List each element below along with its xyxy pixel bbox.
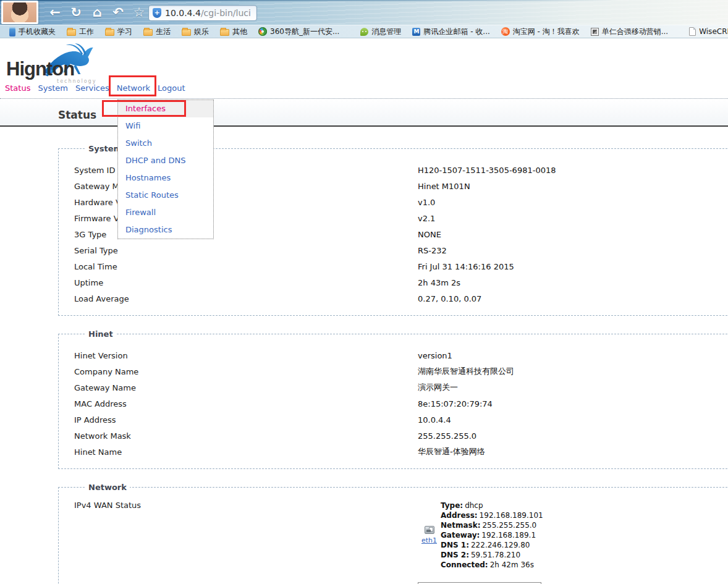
- url-host[interactable]: 10.0.4.4: [165, 8, 201, 18]
- row-value: Fri Jul 31 14:16:16 2015: [418, 262, 514, 271]
- row-value: 演示网关一: [418, 382, 458, 393]
- row-label: Serial Type: [74, 246, 418, 255]
- folder-icon: [67, 29, 76, 36]
- table-row: Uptime2h 43m 2s: [74, 274, 728, 290]
- folder-icon: [143, 29, 153, 36]
- row-label: MAC Address: [74, 399, 418, 408]
- bookmarks-bar: 手机收藏夹 工作 学习 生活 娱乐 其他 360导航_新一代安... 消息管理 …: [0, 25, 728, 38]
- bookmark-folder-other[interactable]: 其他: [214, 27, 253, 37]
- row-label: Network Mask: [74, 431, 418, 441]
- bookmark-label: 学习: [117, 27, 132, 37]
- row-value: 8e:15:07:20:79:74: [418, 399, 493, 408]
- bookmark-wisecrm[interactable]: WiseCRM NBS - ...: [684, 27, 728, 36]
- screenshot-root: ← ↻ ⌂ ↶ ☆ ⊞ + 10.0.4.4/cgi-bin/luci 手机收藏…: [0, 0, 728, 584]
- wan-detail-line: DNS 2:59.51.78.210: [441, 550, 543, 560]
- undo-icon[interactable]: ↶: [108, 3, 129, 22]
- table-row: Serial TypeRS-232: [74, 242, 728, 258]
- interface-link-eth1[interactable]: eth1: [418, 536, 441, 544]
- row-value: 2h 43m 2s: [418, 278, 460, 287]
- bookmark-folder-life[interactable]: 生活: [138, 27, 176, 37]
- page-icon: [689, 27, 696, 36]
- row-value: v1.0: [418, 198, 435, 207]
- row-value: 10.0.4.4: [418, 415, 451, 425]
- menu-status[interactable]: Status: [5, 83, 30, 93]
- table-row: Hinet Versionversion1: [74, 347, 728, 363]
- bookmark-label: 工作: [79, 27, 94, 37]
- section-network: Network IPv4 WAN Status eth1 Type:dhcp A…: [58, 483, 728, 584]
- url-path[interactable]: /cgi-bin/luci: [201, 8, 251, 18]
- wan-detail-line: Address:192.168.189.101: [441, 510, 543, 520]
- bookmark-label: 腾讯企业邮箱 - 收...: [423, 27, 489, 37]
- dropdown-item-hostnames[interactable]: Hostnames: [118, 169, 213, 187]
- hignton-logo: Hignton technology: [6, 46, 111, 83]
- refresh-icon[interactable]: ↻: [66, 3, 87, 22]
- bookmark-label: 娱乐: [194, 27, 209, 37]
- table-row: Local TimeFri Jul 31 14:16:16 2015: [74, 258, 728, 274]
- bookmark-tencent-mail[interactable]: M腾讯企业邮箱 - 收...: [407, 27, 495, 37]
- row-label: IPv4 WAN Status: [74, 501, 418, 510]
- tencent-mail-icon: M: [412, 28, 420, 36]
- ethernet-interface-icon: [425, 526, 434, 534]
- 360-nav-icon: [258, 27, 267, 36]
- wan-detail-line: Connected:2h 42m 36s: [441, 560, 543, 570]
- network-dropdown-menu: Interfaces Wifi Switch DHCP and DNS Host…: [117, 99, 214, 239]
- back-icon[interactable]: ←: [44, 3, 66, 22]
- user-avatar[interactable]: [1, 1, 38, 24]
- table-row: Load Average0.27, 0.10, 0.07: [74, 290, 728, 307]
- bookmark-folder-fun[interactable]: 娱乐: [176, 27, 214, 37]
- bookmark-taobao[interactable]: 淘淘宝网 - 淘！我喜欢: [496, 27, 585, 37]
- address-bar[interactable]: + 10.0.4.4/cgi-bin/luci: [148, 5, 257, 21]
- bookmark-label: 消息管理: [371, 27, 401, 37]
- site-security-shield-icon[interactable]: +: [153, 8, 161, 18]
- bookmark-folder-work[interactable]: 工作: [61, 27, 99, 37]
- bookmark-360nav[interactable]: 360导航_新一代安...: [253, 27, 345, 37]
- taobao-icon: 淘: [501, 27, 510, 36]
- url-text[interactable]: 10.0.4.4/cgi-bin/luci: [165, 8, 251, 18]
- row-value: Hinet M101N: [418, 182, 470, 191]
- row-label: Load Average: [74, 294, 418, 303]
- row-label: Company Name: [74, 367, 418, 376]
- section-network-legend: Network: [85, 483, 130, 492]
- dropdown-item-wifi[interactable]: Wifi: [118, 117, 213, 135]
- section-hinet: Hinet Hinet Versionversion1 Company Name…: [58, 329, 728, 469]
- section-hinet-legend: Hinet: [85, 329, 116, 339]
- row-value: RS-232: [418, 246, 447, 255]
- row-label: Hinet Version: [74, 351, 418, 360]
- table-row: Hinet Name华辰智通-体验网络: [74, 444, 728, 460]
- row-label: Gateway Name: [74, 383, 418, 392]
- row-value: H120-1507-1511-3505-6981-0018: [418, 166, 556, 175]
- menu-services[interactable]: Services: [75, 83, 109, 93]
- row-label: Uptime: [74, 278, 418, 287]
- row-value: 华辰智通-体验网络: [418, 446, 485, 457]
- bookmark-message-manager[interactable]: 消息管理: [355, 27, 407, 37]
- wan-detail-line: DNS 1:222.246.129.80: [441, 540, 543, 550]
- bookmark-folder-study[interactable]: 学习: [99, 27, 138, 37]
- folder-icon: [220, 29, 229, 36]
- dropdown-item-static-routes[interactable]: Static Routes: [118, 187, 213, 204]
- dropdown-item-dhcp-dns[interactable]: DHCP and DNS: [118, 152, 213, 169]
- annotation-box-network: [109, 75, 156, 96]
- row-value: 0.27, 0.10, 0.07: [418, 294, 481, 303]
- bookmark-label: WiseCRM NBS - ...: [699, 27, 728, 36]
- dropdown-item-diagnostics[interactable]: Diagnostics: [118, 221, 213, 239]
- menu-logout[interactable]: Logout: [158, 83, 185, 93]
- browser-chrome: ← ↻ ⌂ ↶ ☆ ⊞ + 10.0.4.4/cgi-bin/luci 手机收藏…: [0, 0, 728, 38]
- home-icon[interactable]: ⌂: [87, 3, 108, 22]
- bookmark-label: 手机收藏夹: [19, 27, 56, 37]
- wan-details: Type:dhcp Address:192.168.189.101 Netmas…: [441, 501, 543, 570]
- page-title: Status: [58, 109, 96, 121]
- dropdown-item-firewall[interactable]: Firewall: [118, 204, 213, 221]
- active-connections-row: Active Connections 27 / 16384 (0%): [74, 580, 728, 584]
- table-row: IP Address10.0.4.4: [74, 412, 728, 428]
- bookmark-danren-marketing[interactable]: 单仁合强移动营销...: [585, 27, 674, 37]
- row-label: Local Time: [74, 262, 418, 271]
- main-content: System System IDH120-1507-1511-3505-6981…: [0, 128, 728, 584]
- dropdown-item-switch[interactable]: Switch: [118, 135, 213, 152]
- bookmark-mobile-favorites[interactable]: 手机收藏夹: [4, 27, 61, 37]
- table-row: MAC Address8e:15:07:20:79:74: [74, 396, 728, 412]
- annotation-box-interfaces: [102, 100, 186, 117]
- bookmark-label: 单仁合强移动营销...: [602, 27, 668, 37]
- favorites-star-icon[interactable]: ☆: [129, 3, 150, 22]
- table-row: Network Mask255.255.255.0: [74, 428, 728, 444]
- menu-system[interactable]: System: [38, 83, 67, 93]
